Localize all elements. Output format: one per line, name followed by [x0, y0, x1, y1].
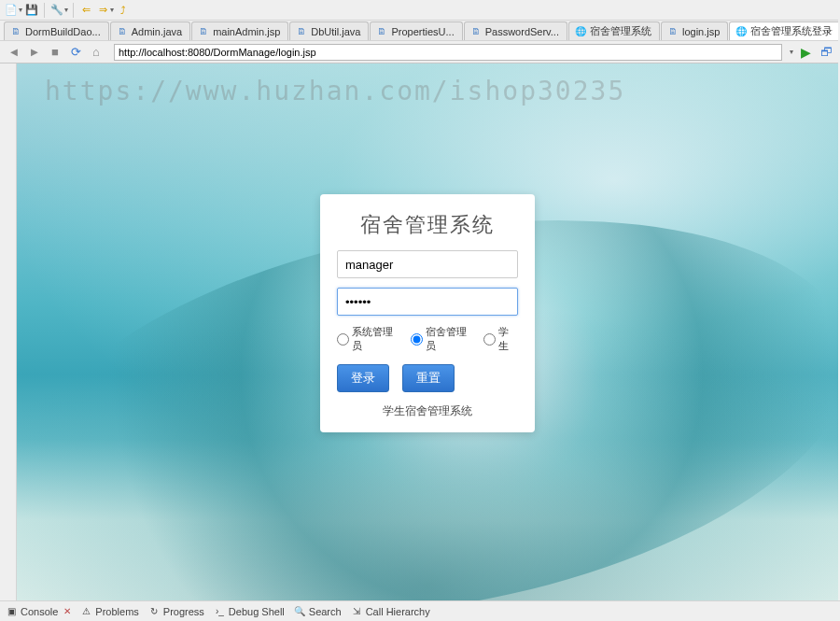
view-debug-shell[interactable]: ›_Debug Shell [214, 605, 285, 617]
view-label: Debug Shell [229, 606, 285, 617]
file-icon: 🗎 [667, 26, 679, 37]
dropdown-icon[interactable]: ▾ [110, 6, 114, 14]
tab-mainadmin-jsp[interactable]: 🗎mainAdmin.jsp [191, 21, 288, 40]
save-icon[interactable]: 💾 [24, 3, 39, 18]
file-icon: 🗎 [296, 26, 307, 37]
role-option-admin[interactable]: 系统管理员 [337, 325, 401, 353]
tab-propertiesu[interactable]: 🗎PropertiesU... [370, 21, 462, 40]
call-hierarchy-icon: ⇲ [351, 605, 363, 617]
tab-dorm-system[interactable]: 🌐宿舍管理系统 [568, 21, 660, 40]
view-call-hierarchy[interactable]: ⇲Call Hierarchy [351, 605, 430, 617]
role-option-manager[interactable]: 宿舍管理员 [411, 325, 475, 353]
view-progress[interactable]: ↻Progress [148, 605, 204, 617]
browser-stop-icon[interactable]: ■ [47, 44, 63, 61]
login-title: 宿舍管理系统 [337, 211, 518, 239]
reset-button[interactable]: 重置 [402, 364, 455, 392]
radio-student[interactable] [483, 333, 496, 346]
tab-label: login.jsp [682, 26, 720, 37]
radio-admin[interactable] [337, 333, 349, 346]
tab-dormbuilddao[interactable]: 🗎DormBuildDao... [4, 21, 109, 40]
dropdown-icon[interactable]: ▾ [64, 6, 68, 14]
file-icon: 🗎 [117, 26, 128, 37]
login-button[interactable]: 登录 [337, 364, 389, 392]
editor-tabs: 🗎DormBuildDao... 🗎Admin.java 🗎mainAdmin.… [0, 21, 840, 41]
tab-login-jsp[interactable]: 🗎login.jsp [661, 21, 728, 40]
radio-label: 系统管理员 [352, 325, 401, 353]
file-icon: 🗎 [470, 26, 482, 37]
globe-icon: 🌐 [575, 26, 586, 37]
radio-label: 宿舍管理员 [426, 325, 475, 353]
progress-icon: ↻ [148, 605, 161, 617]
console-icon: ▣ [6, 605, 18, 617]
dropdown-icon[interactable]: ▾ [19, 6, 22, 14]
view-search[interactable]: 🔍Search [294, 605, 342, 617]
username-input[interactable] [337, 250, 518, 278]
tab-label: DbUtil.java [311, 26, 360, 37]
back-icon[interactable]: ⇐ [78, 3, 93, 18]
file-icon: 🗎 [376, 26, 387, 37]
view-label: Search [309, 606, 342, 617]
button-row: 登录 重置 [337, 364, 518, 392]
view-problems[interactable]: ⚠Problems [80, 605, 138, 617]
tab-label: Admin.java [132, 26, 182, 37]
forward-icon[interactable]: ⇒ [95, 3, 110, 18]
login-card: 宿舍管理系统 系统管理员 宿舍管理员 学生 登录 重置 学生宿舍管理系统 [320, 194, 535, 432]
go-icon[interactable]: ▶ [797, 44, 814, 61]
view-label: Call Hierarchy [366, 606, 430, 617]
view-label: Problems [95, 606, 138, 617]
view-label: Console [21, 606, 58, 617]
browser-bar: ◄ ► ■ ⟳ ⌂ ▾ ▶ 🗗 [0, 41, 840, 64]
file-icon: 🗎 [198, 26, 209, 37]
tab-label: DormBuildDao... [25, 26, 101, 37]
close-icon[interactable]: ✕ [63, 606, 71, 616]
browser-menu-icon[interactable]: 🗗 [818, 44, 834, 61]
tab-label: 宿舍管理系统 [590, 24, 651, 38]
debug-shell-icon: ›_ [214, 605, 226, 617]
bottom-views-bar: ▣Console✕ ⚠Problems ↻Progress ›_Debug Sh… [0, 600, 840, 621]
view-console[interactable]: ▣Console✕ [6, 605, 71, 617]
tab-label: 宿舍管理系统登录 [750, 24, 833, 38]
tab-label: PasswordServ... [485, 26, 559, 37]
file-icon: 🗎 [10, 26, 21, 37]
role-radio-group: 系统管理员 宿舍管理员 学生 [337, 325, 518, 353]
tab-passwordserv[interactable]: 🗎PasswordServ... [464, 21, 567, 40]
view-label: Progress [163, 606, 204, 617]
browser-forward-icon[interactable]: ► [26, 44, 43, 61]
login-footer: 学生宿舍管理系统 [337, 403, 518, 419]
browser-home-icon[interactable]: ⌂ [88, 44, 105, 61]
search-icon: 🔍 [294, 605, 306, 617]
tab-label: PropertiesU... [391, 26, 454, 37]
watermark-text: https://www.huzhan.com/ishop30235 [17, 76, 838, 106]
problems-icon: ⚠ [80, 605, 92, 617]
tool-icon[interactable]: 🔧 [49, 3, 64, 18]
role-option-student[interactable]: 学生 [483, 325, 518, 353]
globe-icon: 🌐 [735, 26, 747, 37]
radio-label: 学生 [498, 325, 518, 353]
browser-back-icon[interactable]: ◄ [6, 44, 22, 61]
radio-manager[interactable] [411, 333, 423, 346]
left-gutter [0, 64, 17, 600]
url-dropdown-icon[interactable]: ▾ [790, 48, 793, 56]
tab-admin-java[interactable]: 🗎Admin.java [110, 21, 190, 40]
last-edit-icon[interactable]: ⤴ [116, 3, 131, 18]
separator [44, 3, 45, 18]
tab-label: mainAdmin.jsp [213, 26, 280, 37]
browser-refresh-icon[interactable]: ⟳ [67, 44, 84, 61]
separator [73, 3, 74, 18]
ide-toolbar: 📄▾ 💾 🔧▾ ⇐ ⇒▾ ⤴ [0, 0, 840, 21]
new-icon[interactable]: 📄 [4, 3, 19, 18]
url-input[interactable] [114, 44, 782, 61]
tab-dbutil[interactable]: 🗎DbUtil.java [289, 21, 369, 40]
tab-dorm-login[interactable]: 🌐宿舍管理系统登录✕ [729, 21, 840, 40]
password-input[interactable] [337, 288, 518, 316]
page-viewport: https://www.huzhan.com/ishop30235 宿舍管理系统… [17, 64, 838, 600]
